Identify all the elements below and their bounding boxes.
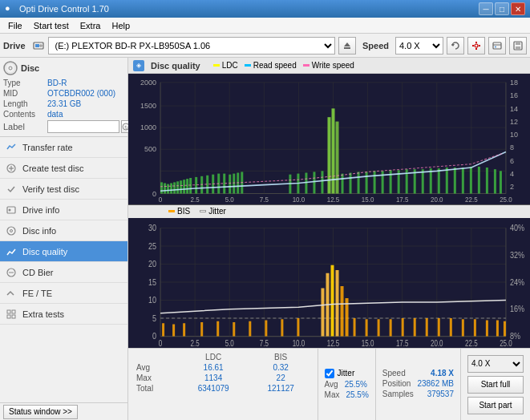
svg-text:25.0: 25.0 [500,196,512,204]
svg-text:30: 30 [148,223,156,232]
close-button[interactable]: ✕ [511,2,525,15]
menu-help[interactable]: Help [107,20,135,31]
maximize-button[interactable]: □ [495,2,509,15]
svg-text:20.0: 20.0 [431,196,443,204]
main-layout: Disc Type BD-R MID OTCBDR002 (000) Lengt… [0,58,530,420]
avg-bis: 0.32 [249,362,313,373]
svg-point-13 [495,46,496,47]
stats-table: LDC BIS Avg 16.61 0.32 Max 1134 [128,349,318,420]
speed-select[interactable]: 4.0 X [395,37,443,55]
settings-button2[interactable] [488,37,506,55]
svg-text:14: 14 [510,103,518,112]
sidebar-item-create-test-disc[interactable]: Create test disc [0,158,127,179]
svg-rect-99 [332,108,335,193]
svg-rect-105 [321,171,323,193]
legend-bis-color [168,210,175,212]
refresh-button[interactable] [447,37,464,55]
sidebar-item-verify-test-disc[interactable]: Verify test disc [0,179,127,200]
svg-rect-116 [422,169,424,193]
save-button[interactable] [509,37,527,55]
sidebar-item-cd-bier[interactable]: CD Bier [0,262,127,283]
svg-text:0: 0 [159,196,163,204]
svg-marker-3 [344,42,350,46]
svg-rect-86 [186,179,188,193]
svg-text:0: 0 [152,188,156,197]
svg-point-27 [7,227,15,235]
menu-extra[interactable]: Extra [75,20,106,31]
svg-rect-192 [426,318,428,337]
svg-rect-125 [494,169,496,193]
svg-rect-4 [344,47,350,49]
svg-text:10: 10 [148,295,156,305]
svg-text:0: 0 [159,339,162,348]
svg-text:25.0: 25.0 [500,339,512,348]
chart-header: ◈ Disc quality LDC Read speed Write spee… [128,58,530,74]
svg-rect-177 [265,320,267,336]
settings-button1[interactable] [467,37,485,55]
svg-rect-85 [183,180,185,193]
svg-point-18 [9,67,12,70]
sidebar-label-disc-quality: Disc quality [22,247,67,256]
fe-te-icon [5,287,18,300]
minimize-button[interactable]: ─ [479,2,493,15]
sidebar-item-transfer-rate[interactable]: Transfer rate [0,137,127,158]
sidebar-item-fe-te[interactable]: FE / TE [0,283,127,304]
svg-rect-112 [390,170,392,193]
svg-rect-188 [378,319,380,336]
menu-start-test[interactable]: Start test [29,20,74,31]
jitter-checkbox[interactable] [325,369,334,378]
jitter-max-value: 25.5% [346,390,368,399]
sidebar-item-drive-info[interactable]: Drive info [0,200,127,220]
sidebar-item-extra-tests[interactable]: Extra tests [0,304,127,325]
start-part-button[interactable]: Start part [467,397,524,414]
svg-text:5: 5 [152,313,156,322]
sidebar-label-drive-info: Drive info [22,205,59,215]
legend-write-speed: Write speed [303,61,354,70]
start-full-button[interactable]: Start full [467,376,524,394]
disc-mid-value: OTCBDR002 (000) [47,89,115,98]
svg-rect-8 [475,48,477,50]
svg-text:12.5: 12.5 [327,196,340,204]
svg-rect-81 [170,184,172,194]
sidebar-item-disc-quality[interactable]: Disc quality [0,241,127,262]
total-bis: 121127 [249,383,313,394]
legend-read-speed-color [245,64,251,67]
disc-label-input[interactable] [47,120,119,133]
speed-dropdown[interactable]: 4.0 X [467,355,524,373]
svg-rect-117 [430,168,432,193]
col-header-empty [133,352,177,362]
disc-quality-icon [5,245,18,258]
svg-rect-79 [164,184,166,194]
legend-ldc: LDC [213,61,238,70]
speed-stat-value: 4.18 X [431,369,454,378]
svg-text:15: 15 [148,277,156,286]
sidebar-label-disc-info: Disc info [22,226,56,236]
drive-select[interactable]: (E:) PLEXTOR BD-R PX-LB950SA 1.06 [48,37,335,55]
max-bis: 22 [249,373,313,383]
svg-rect-106 [342,174,344,194]
sidebar-item-disc-info[interactable]: Disc info [0,220,127,241]
svg-rect-124 [486,168,488,194]
speed-section: Speed 4.18 X Position 23862 MB Samples 3… [375,349,460,420]
svg-text:24%: 24% [510,277,524,286]
svg-rect-175 [233,322,235,337]
svg-text:2: 2 [510,182,514,191]
status-window-button[interactable]: Status window >> [3,405,78,419]
jitter-max-label: Max [325,390,340,399]
svg-rect-88 [195,177,197,194]
title-text: Opti Drive Control 1.70 [19,4,479,14]
legend-bis-label: BIS [177,207,190,216]
svg-text:1000: 1000 [140,123,156,131]
jitter-avg-row: Avg 25.5% [325,380,369,389]
menu-file[interactable]: File [3,20,27,31]
sidebar-label-fe-te: FE / TE [22,289,52,298]
svg-rect-199 [504,321,506,336]
svg-rect-176 [249,321,251,336]
samples-label: Samples [382,390,414,398]
bottom-chart: 30 25 20 15 10 5 0 40% 32% 24% 16% 8% 0 … [128,218,530,349]
eject-button[interactable] [338,37,356,55]
extra-tests-icon [5,308,18,321]
app-icon: ● [5,3,16,14]
svg-text:2.5: 2.5 [191,196,200,204]
drive-icon [32,39,45,52]
